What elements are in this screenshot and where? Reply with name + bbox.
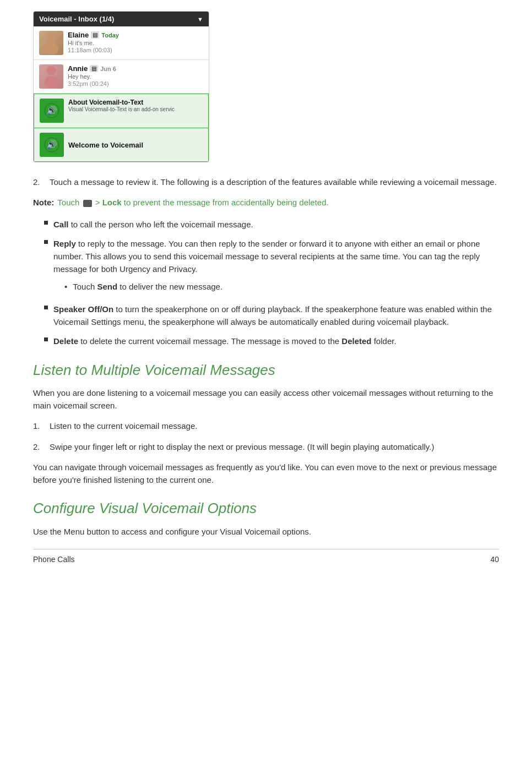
avatar-annie — [39, 64, 63, 89]
sub-bullet-send: • Touch Send to deliver the new message. — [64, 280, 499, 293]
note-line: Note: Touch > Lock to prevent the messag… — [33, 196, 499, 209]
voicemail-name-annie: Annie ▤ Jun 6 — [68, 64, 203, 73]
svg-point-2 — [47, 66, 56, 75]
footer-row: Phone Calls 40 — [33, 549, 499, 566]
svg-text:🔊: 🔊 — [46, 139, 57, 150]
voicemail-date-elaine: Today — [101, 32, 119, 39]
phone-header-title: Voicemail - Inbox (1/4) — [39, 15, 114, 23]
avatar-about-icon: 🔊 — [40, 99, 64, 123]
section1-intro: When you are done listening to a voicema… — [33, 386, 499, 412]
svg-text:🔊: 🔊 — [46, 105, 57, 116]
about-preview: Visual Voicemail-to-Text is an add-on se… — [68, 106, 203, 112]
sub-bullet-send-text: Touch Send to deliver the new message. — [73, 280, 222, 293]
bullet-square-call — [44, 221, 48, 225]
bullet-text-reply: Reply to reply to the message. You can t… — [53, 237, 499, 296]
bullet-text-delete: Delete to delete the current voicemail m… — [53, 335, 499, 347]
bullet-text-speaker: Speaker Off/On to turn the speakerphone … — [53, 303, 499, 329]
section1-step-2-number: 2. — [33, 440, 50, 453]
voicemail-info-elaine: Elaine ▤ Today Hi it's me. 11:18am (00:0… — [68, 31, 203, 53]
note-inline-icon — [83, 200, 92, 207]
phone-screenshot: Voicemail - Inbox (1/4) ▼ Elaine ▤ Today… — [33, 11, 209, 162]
section2-title: Configure Visual Voicemail Options — [33, 497, 499, 519]
step-2-text: Touch a message to review it. The follow… — [50, 176, 499, 188]
section1-note: You can navigate through voicemail messa… — [33, 461, 499, 487]
sub-bullet-list-reply: • Touch Send to deliver the new message. — [53, 280, 499, 293]
note-label: Note: — [33, 196, 54, 209]
voicemail-info-annie: Annie ▤ Jun 6 Hey hey. 3:52pm (00:24) — [68, 64, 203, 87]
svg-point-3 — [44, 77, 58, 88]
section2-intro: Use the Menu button to access and config… — [33, 525, 499, 538]
about-info: About Voicemail-to-Text Visual Voicemail… — [68, 99, 203, 112]
voicemail-item-welcome[interactable]: 🔊 Welcome to Voicemail — [34, 128, 209, 162]
section1-step-2: 2. Swipe your finger left or right to di… — [33, 440, 499, 453]
voicemail-preview-elaine: Hi it's me. — [68, 40, 203, 46]
voicemail-item-annie[interactable]: Annie ▤ Jun 6 Hey hey. 3:52pm (00:24) — [34, 60, 209, 94]
voicemail-preview-annie: Hey hey. — [68, 73, 203, 80]
content-body: 2. Touch a message to review it. The fol… — [33, 176, 499, 566]
voicemail-time-elaine: 11:18am (00:03) — [68, 47, 203, 53]
note-text: Touch > Lock to prevent the message from… — [57, 196, 328, 209]
welcome-info: Welcome to Voicemail — [68, 141, 203, 149]
section1-step-1-text: Listen to the current voicemail message. — [50, 420, 499, 432]
step-2-number: 2. — [33, 176, 50, 188]
footer-page: 40 — [490, 554, 499, 566]
dropdown-arrow-icon[interactable]: ▼ — [197, 16, 203, 23]
bullet-speaker: Speaker Off/On to turn the speakerphone … — [44, 303, 499, 329]
bullet-reply: Reply to reply to the message. You can t… — [44, 237, 499, 296]
bullet-text-call: Call to call the person who left the voi… — [53, 218, 499, 231]
voicemail-time-annie: 3:52pm (00:24) — [68, 80, 203, 87]
step-2: 2. Touch a message to review it. The fol… — [33, 176, 499, 188]
voicemail-item-about[interactable]: 🔊 About Voicemail-to-Text Visual Voicema… — [34, 94, 209, 128]
voicemail-item-elaine[interactable]: Elaine ▤ Today Hi it's me. 11:18am (00:0… — [34, 26, 209, 60]
msg-icon-annie: ▤ — [90, 65, 98, 72]
bullet-square-speaker — [44, 306, 48, 309]
bullet-delete: Delete to delete the current voicemail m… — [44, 335, 499, 347]
section1-title: Listen to Multiple Voicemail Messages — [33, 359, 499, 381]
svg-point-0 — [47, 32, 56, 41]
avatar-welcome-icon: 🔊 — [40, 133, 64, 157]
section1-step-2-text: Swipe your finger left or right to displ… — [50, 440, 499, 453]
bullet-square-reply — [44, 240, 48, 244]
msg-icon-elaine: ▤ — [91, 31, 99, 39]
welcome-title: Welcome to Voicemail — [68, 141, 203, 149]
svg-point-1 — [44, 43, 58, 54]
phone-header: Voicemail - Inbox (1/4) ▼ — [34, 12, 209, 26]
bullet-list: Call to call the person who left the voi… — [33, 218, 499, 348]
sub-bullet-dot: • — [64, 280, 67, 293]
about-title: About Voicemail-to-Text — [68, 99, 203, 106]
voicemail-date-annie: Jun 6 — [100, 66, 116, 72]
bullet-square-delete — [44, 337, 48, 341]
footer-label: Phone Calls — [33, 554, 75, 566]
section1-step-1: 1. Listen to the current voicemail messa… — [33, 420, 499, 432]
bullet-call: Call to call the person who left the voi… — [44, 218, 499, 231]
page-container: Voicemail - Inbox (1/4) ▼ Elaine ▤ Today… — [0, 0, 532, 588]
section1-step-1-number: 1. — [33, 420, 50, 432]
avatar-elaine — [39, 31, 63, 55]
voicemail-name-elaine: Elaine ▤ Today — [68, 31, 203, 39]
